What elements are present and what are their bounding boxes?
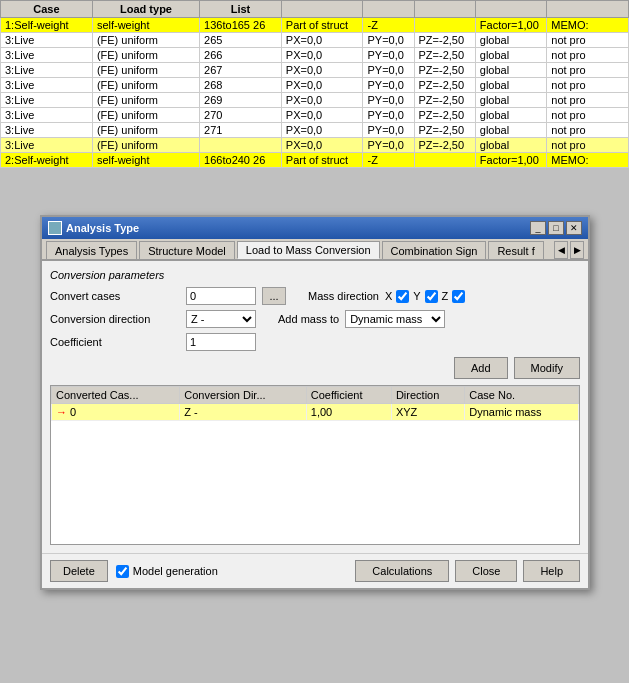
tab-bar: Analysis Types Structure Model Load to M…: [42, 239, 588, 261]
table-cell: PY=0,0: [363, 93, 414, 108]
table-cell: global: [475, 108, 546, 123]
table-cell: 3:Live: [1, 123, 93, 138]
table-cell: Factor=1,00: [475, 18, 546, 33]
table-cell: 3:Live: [1, 108, 93, 123]
table-cell: MEMO:: [547, 153, 629, 168]
table-cell: PX=0,0: [281, 108, 363, 123]
calculations-button[interactable]: Calculations: [355, 560, 449, 582]
table-row[interactable]: 3:Live(FE) uniform271PX=0,0PY=0,0PZ=-2,5…: [1, 123, 629, 138]
conversion-dir-row: Conversion direction Z - Add mass to Dyn…: [50, 310, 580, 328]
table-cell: [200, 138, 282, 153]
add-mass-to-select[interactable]: Dynamic mass: [345, 310, 445, 328]
table-row[interactable]: 3:Live(FE) uniformPX=0,0PY=0,0PZ=-2,50gl…: [1, 138, 629, 153]
close-button[interactable]: Close: [455, 560, 517, 582]
mass-y-label: Y: [413, 290, 420, 302]
tab-combination-sign[interactable]: Combination Sign: [382, 241, 487, 259]
col-5: [363, 1, 414, 18]
result-table-cell: XYZ: [391, 404, 464, 421]
table-row[interactable]: 3:Live(FE) uniform268PX=0,0PY=0,0PZ=-2,5…: [1, 78, 629, 93]
tab-analysis-types[interactable]: Analysis Types: [46, 241, 137, 259]
dialog-icon: [48, 221, 62, 235]
table-cell: not pro: [547, 48, 629, 63]
table-cell: [414, 153, 475, 168]
table-cell: 166to240 26: [200, 153, 282, 168]
convert-cases-input[interactable]: [186, 287, 256, 305]
table-cell: not pro: [547, 93, 629, 108]
tab-load-to-mass[interactable]: Load to Mass Conversion: [237, 241, 380, 259]
table-cell: -Z: [363, 153, 414, 168]
col-list: List: [200, 1, 282, 18]
dialog-title: Analysis Type: [66, 222, 139, 234]
browse-button[interactable]: ...: [262, 287, 286, 305]
dialog-titlebar: Analysis Type _ □ ✕: [42, 217, 588, 239]
table-cell: 3:Live: [1, 138, 93, 153]
table-cell: PZ=-2,50: [414, 63, 475, 78]
mass-z-checkbox[interactable]: [452, 290, 465, 303]
delete-button[interactable]: Delete: [50, 560, 108, 582]
tab-structure-model[interactable]: Structure Model: [139, 241, 235, 259]
row-arrow-icon: →: [56, 406, 67, 418]
result-col-conversion-dir: Conversion Dir...: [180, 387, 307, 404]
table-cell: (FE) uniform: [92, 78, 199, 93]
table-cell: 267: [200, 63, 282, 78]
table-cell: PX=0,0: [281, 33, 363, 48]
modify-button[interactable]: Modify: [514, 357, 580, 379]
mass-direction-group: X Y Z: [385, 290, 465, 303]
result-table: Converted Cas... Conversion Dir... Coeff…: [51, 386, 579, 421]
help-button[interactable]: Help: [523, 560, 580, 582]
table-cell: PY=0,0: [363, 108, 414, 123]
table-cell: 3:Live: [1, 93, 93, 108]
table-cell: 266: [200, 48, 282, 63]
table-cell: PY=0,0: [363, 138, 414, 153]
result-table-cell: 1,00: [306, 404, 391, 421]
tab-scroll-right[interactable]: ▶: [570, 241, 584, 259]
table-cell: global: [475, 123, 546, 138]
close-window-button[interactable]: ✕: [566, 221, 582, 235]
table-cell: PZ=-2,50: [414, 138, 475, 153]
table-cell: (FE) uniform: [92, 108, 199, 123]
table-row[interactable]: 3:Live(FE) uniform270PX=0,0PY=0,0PZ=-2,5…: [1, 108, 629, 123]
table-cell: PX=0,0: [281, 78, 363, 93]
table-row[interactable]: 2:Self-weightself-weight166to240 26Part …: [1, 153, 629, 168]
result-table-row[interactable]: → 0Z -1,00XYZDynamic mass: [52, 404, 579, 421]
table-cell: (FE) uniform: [92, 123, 199, 138]
bottom-buttons: Calculations Close Help: [355, 560, 580, 582]
add-button[interactable]: Add: [454, 357, 508, 379]
table-cell: (FE) uniform: [92, 93, 199, 108]
table-row[interactable]: 3:Live(FE) uniform267PX=0,0PY=0,0PZ=-2,5…: [1, 63, 629, 78]
result-table-cell: Dynamic mass: [465, 404, 579, 421]
table-cell: PX=0,0: [281, 93, 363, 108]
mass-x-checkbox[interactable]: [396, 290, 409, 303]
table-cell: Factor=1,00: [475, 153, 546, 168]
col-case: Case: [1, 1, 93, 18]
col-loadtype: Load type: [92, 1, 199, 18]
table-cell: self-weight: [92, 153, 199, 168]
result-table-cell: Z -: [180, 404, 307, 421]
table-cell: 270: [200, 108, 282, 123]
result-col-case-no: Case No.: [465, 387, 579, 404]
model-generation-checkbox[interactable]: [116, 565, 129, 578]
table-cell: global: [475, 93, 546, 108]
coefficient-input[interactable]: [186, 333, 256, 351]
table-cell: MEMO:: [547, 18, 629, 33]
add-modify-row: Add Modify: [50, 357, 580, 379]
tab-scroll-left[interactable]: ◀: [554, 241, 568, 259]
table-cell: global: [475, 138, 546, 153]
conversion-dir-select[interactable]: Z -: [186, 310, 256, 328]
table-cell: PZ=-2,50: [414, 78, 475, 93]
table-cell: PY=0,0: [363, 33, 414, 48]
minimize-button[interactable]: _: [530, 221, 546, 235]
table-row[interactable]: 1:Self-weightself-weight136to165 26Part …: [1, 18, 629, 33]
convert-cases-row: Convert cases ... Mass direction X Y Z: [50, 287, 580, 305]
table-cell: (FE) uniform: [92, 138, 199, 153]
tab-result-f[interactable]: Result f: [488, 241, 543, 259]
mass-y-checkbox[interactable]: [425, 290, 438, 303]
conversion-params-title: Conversion parameters: [50, 269, 580, 281]
table-row[interactable]: 3:Live(FE) uniform266PX=0,0PY=0,0PZ=-2,5…: [1, 48, 629, 63]
dialog-window-controls[interactable]: _ □ ✕: [530, 221, 582, 235]
maximize-button[interactable]: □: [548, 221, 564, 235]
table-cell: PZ=-2,50: [414, 48, 475, 63]
table-row[interactable]: 3:Live(FE) uniform269PX=0,0PY=0,0PZ=-2,5…: [1, 93, 629, 108]
table-row[interactable]: 3:Live(FE) uniform265PX=0,0PY=0,0PZ=-2,5…: [1, 33, 629, 48]
table-cell: 136to165 26: [200, 18, 282, 33]
